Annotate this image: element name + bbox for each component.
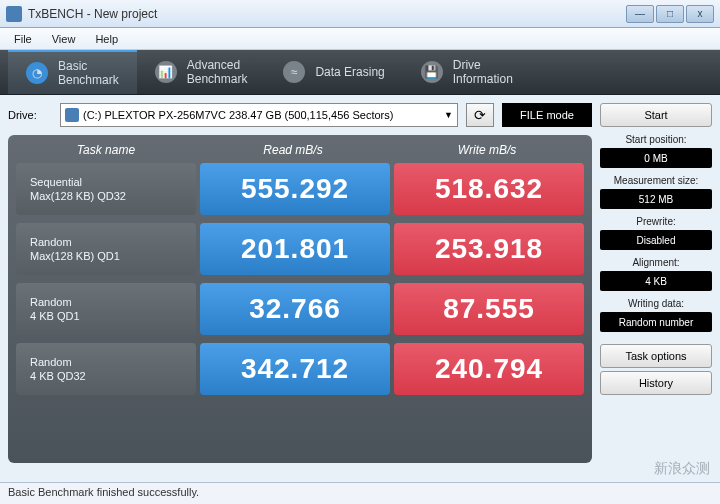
prewrite-value[interactable]: Disabled xyxy=(600,230,712,250)
result-row: Random4 KB QD32 342.712 240.794 xyxy=(16,343,584,395)
result-row: Random4 KB QD1 32.766 87.555 xyxy=(16,283,584,335)
window-title: TxBENCH - New project xyxy=(28,7,626,21)
tab-data-erasing[interactable]: ≈ Data Erasing xyxy=(265,50,402,94)
tab-label: DriveInformation xyxy=(453,58,513,87)
read-value: 32.766 xyxy=(200,283,390,335)
drive-selected-text: (C:) PLEXTOR PX-256M7VC 238.47 GB (500,1… xyxy=(83,109,393,121)
titlebar: TxBENCH - New project — □ x xyxy=(0,0,720,28)
main-panel: Drive: (C:) PLEXTOR PX-256M7VC 238.47 GB… xyxy=(8,103,592,471)
tab-advanced-benchmark[interactable]: 📊 AdvancedBenchmark xyxy=(137,50,266,94)
read-value: 555.292 xyxy=(200,163,390,215)
menu-file[interactable]: File xyxy=(4,31,42,47)
tab-label: Data Erasing xyxy=(315,65,384,79)
alignment-label: Alignment: xyxy=(600,257,712,268)
result-row: RandomMax(128 KB) QD1 201.801 253.918 xyxy=(16,223,584,275)
read-value: 201.801 xyxy=(200,223,390,275)
history-button[interactable]: History xyxy=(600,371,712,395)
drive-select[interactable]: (C:) PLEXTOR PX-256M7VC 238.47 GB (500,1… xyxy=(60,103,458,127)
dropdown-arrow-icon: ▼ xyxy=(444,110,453,120)
writing-data-value[interactable]: Random number xyxy=(600,312,712,332)
menu-view[interactable]: View xyxy=(42,31,86,47)
header-read: Read mB/s xyxy=(196,143,390,157)
refresh-icon: ⟳ xyxy=(474,107,486,123)
write-value: 253.918 xyxy=(394,223,584,275)
drive-selector-row: Drive: (C:) PLEXTOR PX-256M7VC 238.47 GB… xyxy=(8,103,592,127)
minimize-button[interactable]: — xyxy=(626,5,654,23)
window-buttons: — □ x xyxy=(626,5,714,23)
prewrite-label: Prewrite: xyxy=(600,216,712,227)
write-value: 518.632 xyxy=(394,163,584,215)
task-cell-random-128kb[interactable]: RandomMax(128 KB) QD1 xyxy=(16,223,196,275)
refresh-button[interactable]: ⟳ xyxy=(466,103,494,127)
start-position-label: Start position: xyxy=(600,134,712,145)
statusbar: Basic Benchmark finished successfully. xyxy=(0,482,720,504)
task-cell-random-4kb-qd32[interactable]: Random4 KB QD32 xyxy=(16,343,196,395)
results-panel: Task name Read mB/s Write mB/s Sequentia… xyxy=(8,135,592,463)
tab-label: BasicBenchmark xyxy=(58,59,119,88)
tab-bar: ◔ BasicBenchmark 📊 AdvancedBenchmark ≈ D… xyxy=(0,50,720,95)
writing-data-label: Writing data: xyxy=(600,298,712,309)
header-task: Task name xyxy=(16,143,196,157)
header-write: Write mB/s xyxy=(390,143,584,157)
wave-icon: ≈ xyxy=(283,61,305,83)
app-icon xyxy=(6,6,22,22)
start-position-value[interactable]: 0 MB xyxy=(600,148,712,168)
chart-icon: 📊 xyxy=(155,61,177,83)
result-row: SequentialMax(128 KB) QD32 555.292 518.6… xyxy=(16,163,584,215)
content: Drive: (C:) PLEXTOR PX-256M7VC 238.47 GB… xyxy=(0,95,720,479)
file-mode-button[interactable]: FILE mode xyxy=(502,103,592,127)
task-cell-random-4kb-qd1[interactable]: Random4 KB QD1 xyxy=(16,283,196,335)
read-value: 342.712 xyxy=(200,343,390,395)
status-text: Basic Benchmark finished successfully. xyxy=(8,486,199,498)
results-header: Task name Read mB/s Write mB/s xyxy=(16,143,584,157)
close-button[interactable]: x xyxy=(686,5,714,23)
start-button[interactable]: Start xyxy=(600,103,712,127)
measurement-size-label: Measurement size: xyxy=(600,175,712,186)
drive-icon: 💾 xyxy=(421,61,443,83)
side-panel: Start Start position: 0 MB Measurement s… xyxy=(600,103,712,471)
menubar: File View Help xyxy=(0,28,720,50)
task-options-button[interactable]: Task options xyxy=(600,344,712,368)
maximize-button[interactable]: □ xyxy=(656,5,684,23)
write-value: 240.794 xyxy=(394,343,584,395)
stopwatch-icon: ◔ xyxy=(26,62,48,84)
tab-drive-information[interactable]: 💾 DriveInformation xyxy=(403,50,531,94)
disk-icon xyxy=(65,108,79,122)
measurement-size-value[interactable]: 512 MB xyxy=(600,189,712,209)
tab-basic-benchmark[interactable]: ◔ BasicBenchmark xyxy=(8,50,137,94)
task-cell-sequential[interactable]: SequentialMax(128 KB) QD32 xyxy=(16,163,196,215)
write-value: 87.555 xyxy=(394,283,584,335)
menu-help[interactable]: Help xyxy=(85,31,128,47)
tab-label: AdvancedBenchmark xyxy=(187,58,248,87)
alignment-value[interactable]: 4 KB xyxy=(600,271,712,291)
drive-label: Drive: xyxy=(8,109,52,121)
